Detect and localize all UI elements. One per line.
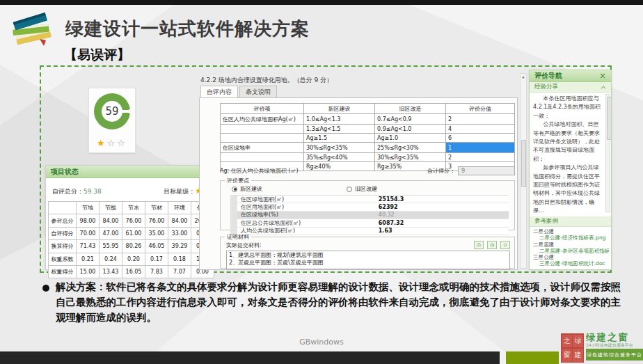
history-icon[interactable]: ◷ <box>487 241 497 249</box>
radio-icon[interactable] <box>347 187 352 192</box>
table-cell: 0.17 <box>145 253 168 265</box>
cases-title: 参考案例 <box>534 217 558 225</box>
main-scrollbar[interactable]: ▲ <box>520 73 527 269</box>
table-cell: 70.00 <box>77 227 100 239</box>
experience-section-header[interactable]: 经验分享 <box>530 82 611 93</box>
table-cell: 权重系数 <box>49 253 77 265</box>
tree-item[interactable]: 三星公建 <box>532 254 609 260</box>
star-icon <box>117 138 127 148</box>
column-header: 评价分值 <box>446 104 515 114</box>
column-header: 节水 <box>122 202 145 214</box>
print-icon[interactable]: ⎙ <box>474 241 484 249</box>
table-cell: 4 <box>446 125 515 134</box>
star-icon <box>107 138 118 148</box>
close-icon[interactable]: × <box>599 72 606 80</box>
table-row[interactable]: 权重得分15.0013.4316.057.837.070.00 <box>49 265 214 278</box>
chevron-up-icon[interactable] <box>601 86 606 90</box>
table-cell: 6 <box>446 134 515 143</box>
tree-item[interactable]: 二星公建-经济性指标表.png <box>532 235 609 241</box>
score-donut-chart: 59 <box>94 93 130 129</box>
material-line: 2、景观总平面图：景观\景观总平面图 <box>229 260 507 267</box>
field-value: 25154.3 <box>379 196 404 203</box>
top-black-strip <box>0 0 643 5</box>
table-row[interactable]: 权重系数0.210.240.200.170.181.00 <box>49 253 214 265</box>
favorite-icon[interactable]: ✩ <box>500 241 510 249</box>
table-row[interactable]: 住区绿地率30%≤Rg<35%25%≤Rg<30%1 <box>221 143 515 153</box>
table-row[interactable]: 35%≤Rg<40%30%≤Rg<35%2 <box>221 153 515 162</box>
table-cell: 自评得分 <box>49 227 77 239</box>
table-row[interactable]: 参评总分98.0084.0076.0076.0084.0020.00 <box>49 214 214 227</box>
radio-icon[interactable] <box>232 187 237 192</box>
table-cell: 1.3≤Ag<1.5 <box>304 125 375 134</box>
table-cell: 33.00 <box>168 227 191 239</box>
table-cell: 2 <box>446 114 515 125</box>
project-status-title: 项目状态 <box>51 167 79 177</box>
table-cell: 55.95 <box>100 240 122 253</box>
cases-section-header[interactable]: 参考案例 <box>530 216 611 227</box>
table-cell: 84.00 <box>168 214 191 227</box>
table-row[interactable]: 自评得分70.0047.0061.0035.0033.000.00 <box>49 227 214 239</box>
score-stars <box>89 138 135 148</box>
tree-item[interactable]: 二星居建 <box>532 242 609 248</box>
eval-field-row[interactable]: 住区总公共绿地面积(㎡) 6087.32 <box>237 219 509 227</box>
experience-scrollbar[interactable] <box>605 94 610 212</box>
column-header: 节地 <box>77 202 100 214</box>
self-score-value: 59.38 <box>84 188 102 195</box>
scroll-up-icon[interactable]: ▲ <box>521 74 526 80</box>
column-header <box>49 202 77 214</box>
column-header: 节能 <box>100 202 122 214</box>
radio-option[interactable]: 新区建设 <box>232 185 347 193</box>
tree-item-label: 三星公建 <box>533 254 554 260</box>
table-cell: 住区人均公共绿地面积Ag(㎡) <box>221 114 304 125</box>
table-cell: 参评总分 <box>49 214 77 227</box>
table-cell: 7.83 <box>145 265 168 278</box>
scrollbar-thumb[interactable] <box>521 140 526 187</box>
table-row[interactable]: 换算得分71.4355.9580.2646.0539.290.00 <box>49 240 214 253</box>
table-cell: 13.43 <box>100 265 122 278</box>
footer-dark-bar <box>0 351 500 364</box>
table-cell: 46.05 <box>145 240 168 253</box>
table-cell: 0.20 <box>122 253 145 265</box>
scrollbar-thumb[interactable] <box>607 97 612 140</box>
brand-seal-logo: 之绿窗建 <box>561 333 584 363</box>
table-cell: 16.05 <box>122 265 145 278</box>
column-header: 评价项 <box>221 104 304 114</box>
section-label: 【易误评】 <box>64 46 130 64</box>
slide: 绿建设计一站式软件解决方案 【易误评】 59 项目状态 × 自评总分：59.38… <box>0 0 643 364</box>
target-star-label: 目标星级： <box>164 188 195 195</box>
books-logo-icon <box>7 8 58 49</box>
watermark-text: GBwindows <box>0 338 643 347</box>
field-label: 住区总公共绿地面积(㎡) <box>237 219 379 227</box>
area-type-radios: 新区建设 旧区改建 <box>232 185 514 193</box>
table-cell: 84.00 <box>100 214 122 227</box>
materials-textarea[interactable]: 1、建筑总平面图：规划\建筑总平面图2、景观总平面图：景观\景观总平面图 <box>226 251 510 269</box>
eval-field-row[interactable]: 住区绿地面积(㎡) 25154.3 <box>237 196 509 203</box>
table-cell: 2 <box>446 153 515 162</box>
solution-paragraph: 解决方案：软件已将各条文的具体要求分解为设计师更容易理解的设计数据、设计理念或明… <box>56 280 621 325</box>
tree-item[interactable]: 二星居建-参评区各项面积指标 <box>532 248 609 254</box>
table-cell: 61.00 <box>122 227 145 239</box>
eval-field-row[interactable]: 住区绿地率(%) 40.32 <box>237 212 509 219</box>
column-header: 新区建设 <box>304 104 375 114</box>
tree-item[interactable]: 二星公建 <box>532 228 609 235</box>
clause-panel: 评价项新区建设旧区改造评价分值住区人均公共绿地面积Ag(㎡)1.0≤Ag<1.3… <box>199 97 518 270</box>
nav-panel-header: 评价导航 × <box>530 70 611 82</box>
score-value: 59 <box>102 101 122 122</box>
table-cell: 35.00 <box>145 227 168 239</box>
table-cell: 0.21 <box>77 253 100 265</box>
eval-fields: 住区绿地面积(㎡) 25154.3 住区用地面积(㎡) 62392 住区绿地率(… <box>230 195 509 235</box>
table-cell: 0.24 <box>100 253 122 265</box>
radio-label: 新区建设 <box>240 185 262 193</box>
table-cell: 80.26 <box>122 240 145 253</box>
tree-item[interactable]: 三星公建-绿地面积统计.doc <box>532 260 609 266</box>
table-row[interactable]: 1.3≤Ag<1.50.9≤Ag<1.04 <box>221 125 515 134</box>
project-status-header: 项目状态 × <box>46 166 216 178</box>
table-row[interactable]: 住区人均公共绿地面积Ag(㎡)1.0≤Ag<1.30.7≤Ag<0.92 <box>221 114 515 125</box>
page-title: 绿建设计一站式软件解决方案 <box>65 17 310 41</box>
solution-prefix: 解决方案： <box>56 281 106 292</box>
table-row[interactable]: Ag≥1.5Ag≥1.06 <box>221 134 515 143</box>
total-score-input[interactable] <box>458 166 515 175</box>
bullet-icon <box>42 285 49 292</box>
radio-option[interactable]: 旧区改建 <box>347 185 461 193</box>
eval-field-row[interactable]: 住区用地面积(㎡) 62392 <box>237 203 509 211</box>
